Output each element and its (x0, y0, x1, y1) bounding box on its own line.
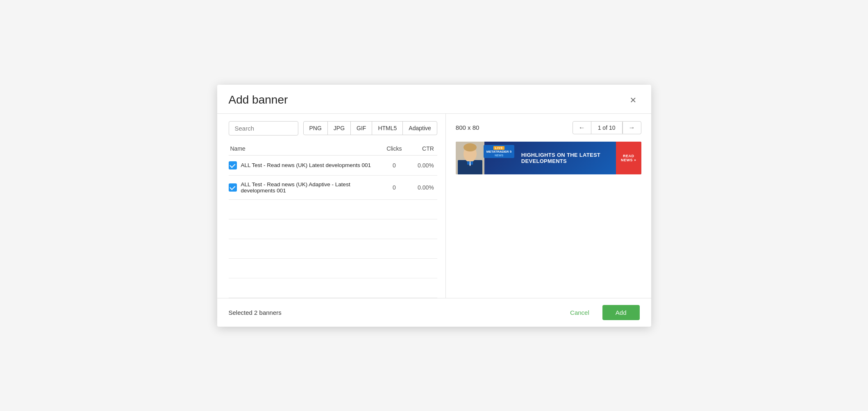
banner-preview: LIVE METATRADER 5 NEWS HIGHLIGHTS ON THE… (456, 142, 641, 174)
left-panel: PNG JPG GIF HTML5 Adaptive Name Clicks C… (217, 114, 446, 298)
col-ctr-header: CTR (409, 145, 437, 152)
preview-header: 800 x 80 ← 1 of 10 → (456, 121, 641, 134)
table-rows: ALL Test - Read news (UK) Latest develop… (229, 156, 437, 298)
empty-row-2 (229, 219, 437, 239)
svg-rect-6 (470, 161, 473, 165)
filter-buttons: PNG JPG GIF HTML5 Adaptive (303, 121, 437, 135)
modal-footer: Selected 2 banners Cancel Add (217, 298, 651, 327)
read-btn-line2: NEWS » (621, 158, 636, 162)
filter-adaptive-button[interactable]: Adaptive (403, 122, 436, 135)
add-button[interactable]: Add (602, 305, 640, 320)
search-input[interactable] (229, 121, 298, 135)
row-ctr-2: 0.00% (409, 184, 437, 191)
filter-html5-button[interactable]: HTML5 (372, 122, 403, 135)
filter-png-button[interactable]: PNG (304, 122, 328, 135)
add-banner-modal: Add banner × PNG JPG GIF HTML5 Adaptive … (217, 85, 651, 327)
table-row[interactable]: ALL Test - Read news (UK) Latest develop… (229, 156, 437, 176)
next-page-button[interactable]: → (623, 122, 641, 134)
banner-news-badge: LIVE METATRADER 5 NEWS (484, 145, 514, 158)
banner-person-image (456, 142, 484, 174)
banner-read-button: READ NEWS » (616, 142, 641, 174)
filter-gif-button[interactable]: GIF (351, 122, 372, 135)
selected-info: Selected 2 banners (229, 309, 282, 316)
svg-point-3 (464, 143, 477, 151)
close-button[interactable]: × (627, 93, 639, 107)
table-header: Name Clicks CTR (229, 142, 437, 156)
brand-label: METATRADER 5 (486, 150, 511, 154)
table-row[interactable]: ALL Test - Read news (UK) Adaptive - Lat… (229, 176, 437, 200)
modal-title: Add banner (229, 93, 288, 106)
live-badge: LIVE (493, 146, 505, 150)
news-label: NEWS (495, 154, 503, 157)
banner-inner: LIVE METATRADER 5 NEWS HIGHLIGHTS ON THE… (456, 142, 641, 174)
row-checkbox-1[interactable] (229, 161, 237, 169)
pagination: ← 1 of 10 → (573, 121, 641, 134)
col-name-header: Name (229, 145, 380, 152)
row-label-1: ALL Test - Read news (UK) Latest develop… (241, 162, 380, 168)
empty-row-3 (229, 239, 437, 259)
row-label-2: ALL Test - Read news (UK) Adaptive - Lat… (241, 181, 380, 194)
empty-row-4 (229, 259, 437, 278)
row-clicks-2: 0 (380, 184, 409, 191)
col-clicks-header: Clicks (380, 145, 409, 152)
footer-actions: Cancel Add (564, 305, 639, 320)
prev-page-button[interactable]: ← (573, 122, 591, 134)
modal-header: Add banner × (217, 85, 651, 114)
row-ctr-1: 0.00% (409, 162, 437, 169)
row-clicks-1: 0 (380, 162, 409, 169)
page-label: 1 of 10 (591, 122, 623, 133)
cancel-button[interactable]: Cancel (564, 306, 596, 319)
filter-jpg-button[interactable]: JPG (328, 122, 351, 135)
svg-rect-5 (467, 161, 470, 165)
empty-row-5 (229, 278, 437, 298)
search-filter-row: PNG JPG GIF HTML5 Adaptive (229, 121, 437, 135)
row-checkbox-2[interactable] (229, 183, 237, 192)
right-panel: 800 x 80 ← 1 of 10 → (446, 114, 651, 298)
preview-size: 800 x 80 (456, 124, 479, 131)
modal-body: PNG JPG GIF HTML5 Adaptive Name Clicks C… (217, 114, 651, 298)
read-btn-line1: READ (623, 154, 634, 158)
empty-row-1 (229, 200, 437, 219)
